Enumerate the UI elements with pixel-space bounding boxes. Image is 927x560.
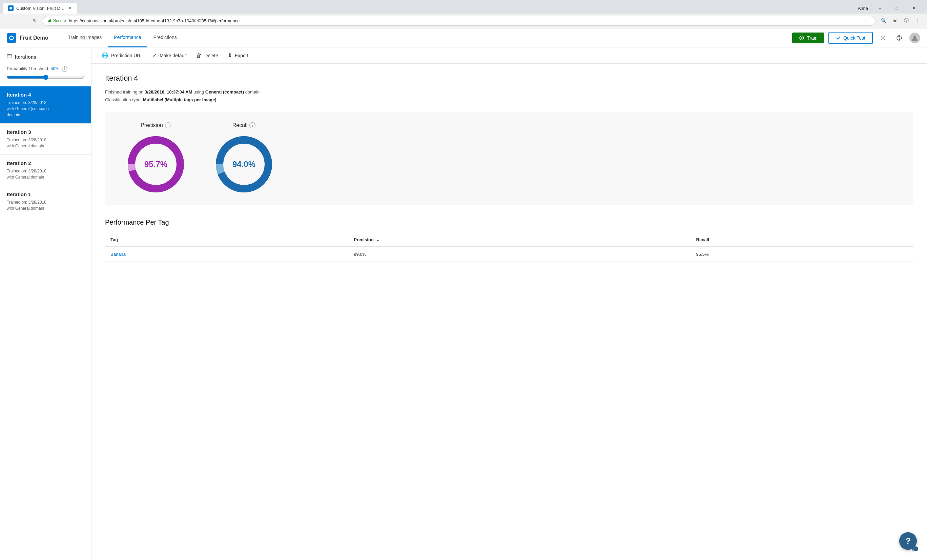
- svg-point-7: [899, 39, 900, 39]
- quick-test-button[interactable]: Quick Test: [828, 32, 873, 44]
- recall-title: Recall i: [233, 122, 255, 128]
- maximize-button[interactable]: □: [889, 3, 905, 13]
- minimize-button[interactable]: –: [872, 3, 888, 13]
- address-bar: ← → ↻ Secure https://customvision.ai/pro…: [0, 14, 927, 28]
- export-button[interactable]: ⇓ Export: [228, 52, 248, 59]
- tab-close-button[interactable]: ✕: [68, 6, 72, 11]
- app-logo: Fruit Demo: [7, 33, 48, 42]
- forward-button[interactable]: →: [17, 15, 27, 26]
- secure-indicator: Secure: [48, 18, 66, 23]
- info-icon[interactable]: ⓘ: [901, 15, 912, 26]
- user-name-display: Anna: [855, 3, 871, 13]
- search-icon[interactable]: 🔍: [878, 15, 888, 26]
- perf-per-tag-title: Performance Per Tag: [105, 219, 913, 226]
- iteration-item-1[interactable]: Iteration 1 Trained on: 3/28/2018with Ge…: [0, 186, 91, 217]
- col-header-precision: Precision ▲: [348, 233, 690, 247]
- menu-icon[interactable]: ⋮: [913, 15, 923, 26]
- recall-info-icon[interactable]: i: [249, 122, 255, 128]
- probability-slider-container: [7, 74, 84, 81]
- tag-link[interactable]: Banana: [111, 252, 126, 257]
- prob-info-icon[interactable]: i: [62, 67, 67, 72]
- precision-value: 95.7%: [144, 159, 167, 169]
- app-body: Iterations Probability Threshold: 50% i …: [0, 47, 927, 560]
- iteration-subtitle-2: Trained on: 3/28/2018with General domain: [7, 168, 84, 180]
- svg-point-0: [9, 7, 12, 9]
- iteration-subtitle-3: Trained on: 3/28/2018with General domain: [7, 137, 84, 149]
- iteration-subtitle-1: Trained on: 3/28/2018with General domain: [7, 199, 84, 211]
- delete-button[interactable]: 🗑 Delete: [196, 53, 218, 59]
- main-nav: Training Images Performance Predictions: [62, 29, 792, 47]
- iteration-title-1: Iteration 1: [7, 191, 84, 197]
- iteration-title-3: Iteration 3: [7, 129, 84, 135]
- tab-bar: Custom Vision: Fruit Dem... ✕ Anna – □ ✕: [0, 0, 927, 14]
- sort-precision-icon[interactable]: ▲: [376, 238, 380, 242]
- charts-section: Precision i 95.7%: [105, 112, 913, 205]
- iteration-item-3[interactable]: Iteration 3 Trained on: 3/28/2018with Ge…: [0, 124, 91, 155]
- iteration-meta: Finished training on 3/28/2018, 10:37:04…: [105, 88, 913, 104]
- recall-value: 94.0%: [233, 159, 255, 169]
- train-button[interactable]: Train: [792, 32, 824, 43]
- probability-value: 50%: [50, 66, 59, 71]
- nav-training-images[interactable]: Training Images: [62, 29, 108, 47]
- iteration-title-2: Iteration 2: [7, 160, 84, 166]
- content-toolbar: 🌐 Prediction URL ✓ Make default 🗑 Delete…: [91, 47, 927, 64]
- close-button[interactable]: ✕: [906, 3, 922, 13]
- probability-slider[interactable]: [7, 74, 84, 80]
- header-actions: Train Quick Test: [792, 32, 921, 44]
- col-header-tag: Tag: [105, 233, 348, 247]
- precision-info-icon[interactable]: i: [165, 122, 171, 128]
- probability-label: Probability Threshold: 50% i: [7, 66, 84, 72]
- checkmark-icon: ✓: [152, 52, 157, 59]
- iteration-subtitle-4: Trained on: 3/28/2018with General (compa…: [7, 100, 84, 118]
- sidebar: Iterations Probability Threshold: 50% i …: [0, 47, 91, 560]
- precision-title: Precision i: [141, 122, 171, 128]
- logo-icon: [7, 33, 16, 42]
- nav-performance[interactable]: Performance: [108, 29, 147, 47]
- favorites-icon[interactable]: ★: [890, 15, 900, 26]
- url-bar[interactable]: Secure https://customvision.ai/projects/…: [43, 16, 875, 26]
- user-avatar[interactable]: [909, 32, 920, 43]
- make-default-button[interactable]: ✓ Make default: [152, 52, 187, 59]
- main-content: 🌐 Prediction URL ✓ Make default 🗑 Delete…: [91, 47, 927, 560]
- help-fab-button[interactable]: ?: [899, 532, 917, 550]
- probability-section: Probability Threshold: 50% i: [0, 63, 91, 87]
- browser-tab[interactable]: Custom Vision: Fruit Dem... ✕: [3, 3, 77, 14]
- sidebar-header-label: Iterations: [15, 54, 36, 60]
- back-button[interactable]: ←: [4, 15, 14, 26]
- help-icon[interactable]: [893, 32, 905, 44]
- precision-chart-container: Precision i 95.7%: [125, 122, 186, 195]
- refresh-button[interactable]: ↻: [30, 15, 40, 26]
- tab-favicon: [8, 5, 14, 11]
- tag-cell: Banana: [105, 247, 348, 262]
- trash-icon: 🗑: [196, 53, 202, 59]
- nav-predictions[interactable]: Predictions: [147, 29, 182, 47]
- iteration-title-4: Iteration 4: [7, 92, 84, 97]
- table-row: Banana 99.0% 95.5%: [105, 247, 913, 262]
- globe-icon: 🌐: [102, 52, 108, 59]
- window-controls: Anna – □ ✕: [855, 3, 924, 13]
- svg-rect-1: [49, 20, 51, 22]
- recall-chart-container: Recall i 94.0%: [213, 122, 274, 195]
- svg-rect-9: [7, 55, 12, 58]
- app-header: Fruit Demo Training Images Performance P…: [0, 29, 927, 47]
- help-question-mark: ?: [906, 536, 911, 546]
- prediction-url-button[interactable]: 🌐 Prediction URL: [102, 52, 143, 59]
- svg-point-3: [10, 36, 13, 39]
- iterations-icon: [7, 53, 12, 60]
- export-icon: ⇓: [228, 52, 232, 59]
- content-area: Iteration 4 Finished training on 3/28/20…: [91, 64, 927, 272]
- tab-title: Custom Vision: Fruit Dem...: [16, 6, 66, 11]
- iteration-item-2[interactable]: Iteration 2 Trained on: 3/28/2018with Ge…: [0, 155, 91, 186]
- iteration-item-4[interactable]: Iteration 4 Trained on: 3/28/2018with Ge…: [0, 87, 91, 124]
- sidebar-header: Iterations: [0, 47, 91, 63]
- precision-cell: 99.0%: [348, 247, 690, 262]
- performance-table: Tag Precision ▲ Recall Banana: [105, 233, 913, 262]
- help-fab-tail: [911, 548, 913, 552]
- recall-cell: 95.5%: [691, 247, 913, 262]
- browser-chrome: Custom Vision: Fruit Dem... ✕ Anna – □ ✕…: [0, 0, 927, 29]
- app-name: Fruit Demo: [20, 35, 48, 41]
- svg-point-5: [882, 37, 884, 39]
- precision-donut: 95.7%: [125, 134, 186, 195]
- settings-icon[interactable]: [877, 32, 889, 44]
- svg-point-8: [913, 36, 916, 38]
